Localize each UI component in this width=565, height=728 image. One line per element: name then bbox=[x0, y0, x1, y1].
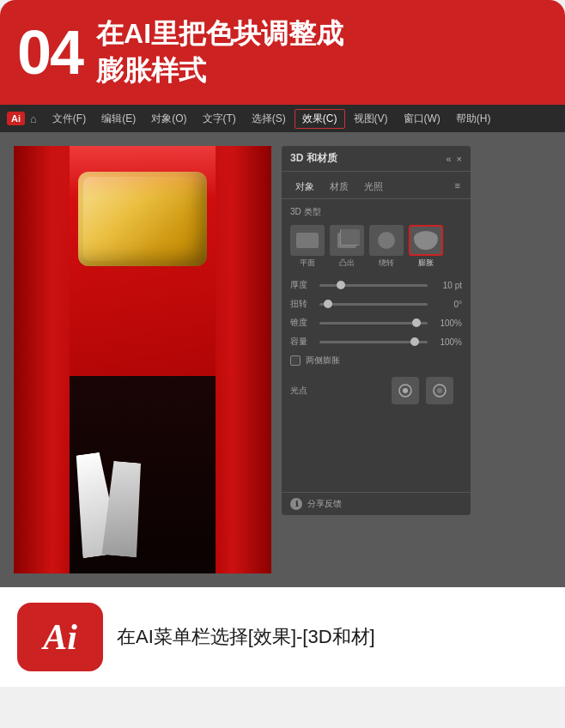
svg-point-1 bbox=[403, 388, 408, 393]
panel-controls: « × bbox=[446, 154, 462, 164]
tab-light[interactable]: 光照 bbox=[357, 177, 390, 198]
inflate-icon bbox=[409, 225, 443, 256]
slider-taper: 锥度 100% bbox=[282, 313, 471, 332]
rotate-label: 绕转 bbox=[379, 258, 394, 269]
main-area: 3D 和材质 « × 对象 材质 光照 ≡ 3D 类型 平面 bbox=[0, 132, 565, 587]
bottom-description: 在AI菜单栏选择[效果]-[3D和材] bbox=[117, 624, 375, 651]
flat-label: 平面 bbox=[300, 258, 315, 269]
slider-volume: 容量 100% bbox=[282, 332, 471, 351]
menu-effect[interactable]: 效果(C) bbox=[295, 109, 345, 129]
menubar: Ai ⌂ 文件(F) 编辑(E) 对象(O) 文字(T) 选择(S) 效果(C)… bbox=[0, 105, 565, 132]
step-number: 04 bbox=[17, 21, 82, 83]
right-shadow bbox=[207, 146, 271, 573]
header-section: 04 在AI里把色块调整成 膨胀样式 bbox=[0, 0, 565, 105]
rotate-icon bbox=[369, 225, 404, 256]
tab-object[interactable]: 对象 bbox=[289, 177, 321, 198]
inflate-label: 膨胀 bbox=[418, 258, 434, 269]
type-btn-inflate[interactable]: 膨胀 bbox=[409, 225, 443, 269]
rotate-shape bbox=[378, 232, 395, 249]
type-buttons-row: 平面 凸出 绕转 膨胀 bbox=[282, 221, 471, 276]
bilateral-label: 两侧膨胀 bbox=[306, 355, 340, 367]
bottom-section: Ai 在AI菜单栏选择[效果]-[3D和材] bbox=[0, 587, 565, 687]
toggle-icon-2 bbox=[432, 383, 447, 398]
thickness-value: 10 pt bbox=[433, 281, 462, 290]
taper-track[interactable] bbox=[319, 322, 428, 325]
twist-track[interactable] bbox=[319, 303, 428, 306]
type-btn-extrude[interactable]: 凸出 bbox=[330, 225, 364, 269]
flat-icon bbox=[290, 225, 325, 256]
menu-object[interactable]: 对象(O) bbox=[144, 110, 193, 128]
volume-thumb[interactable] bbox=[410, 337, 419, 346]
highlight-row: 光点 bbox=[282, 370, 471, 411]
type-btn-rotate[interactable]: 绕转 bbox=[369, 225, 404, 269]
section-label-3dtype: 3D 类型 bbox=[282, 199, 471, 221]
header-title: 在AI里把色块调整成 膨胀样式 bbox=[96, 15, 343, 89]
type-btn-flat[interactable]: 平面 bbox=[290, 225, 325, 269]
menu-help[interactable]: 帮助(H) bbox=[449, 110, 498, 128]
volume-label: 容量 bbox=[290, 336, 314, 348]
share-text[interactable]: 分享反馈 bbox=[307, 498, 342, 510]
panel-collapse[interactable]: « bbox=[446, 154, 451, 164]
menu-view[interactable]: 视图(V) bbox=[347, 110, 395, 128]
top-highlight bbox=[70, 146, 216, 197]
panel-tabs: 对象 材质 光照 ≡ bbox=[282, 172, 471, 199]
header-title-line1: 在AI里把色块调整成 bbox=[96, 18, 343, 49]
panel-3d: 3D 和材质 « × 对象 材质 光照 ≡ 3D 类型 平面 bbox=[282, 146, 471, 515]
slider-thickness: 厚度 10 pt bbox=[282, 276, 471, 294]
extrude-label: 凸出 bbox=[339, 258, 355, 269]
panel-title: 3D 和材质 bbox=[290, 151, 337, 166]
panel-close[interactable]: × bbox=[457, 154, 462, 164]
home-icon[interactable]: ⌂ bbox=[30, 112, 37, 125]
extrude-icon bbox=[330, 225, 364, 256]
twist-value: 0° bbox=[433, 300, 462, 309]
thickness-thumb[interactable] bbox=[337, 281, 345, 289]
slider-twist: 扭转 0° bbox=[282, 294, 471, 313]
taper-thumb[interactable] bbox=[412, 318, 421, 327]
toggle-btn-2[interactable] bbox=[426, 377, 453, 404]
volume-track[interactable] bbox=[319, 341, 428, 343]
menu-edit[interactable]: 编辑(E) bbox=[94, 110, 143, 128]
menu-file[interactable]: 文件(F) bbox=[46, 110, 93, 128]
tab-material[interactable]: 材质 bbox=[323, 177, 355, 198]
ai-logo-menu: Ai bbox=[7, 112, 25, 125]
thickness-track[interactable] bbox=[319, 284, 428, 287]
share-row: ℹ 分享反馈 bbox=[282, 492, 471, 515]
volume-value: 100% bbox=[433, 337, 462, 347]
illustration bbox=[14, 146, 271, 573]
panel-titlebar: 3D 和材质 « × bbox=[282, 146, 471, 172]
thickness-label: 厚度 bbox=[290, 279, 314, 291]
twist-thumb[interactable] bbox=[324, 300, 332, 308]
toggle-icon-1 bbox=[398, 383, 413, 398]
extrude-shape bbox=[337, 233, 356, 248]
share-info-icon: ℹ bbox=[290, 498, 302, 510]
ai-logo-text: Ai bbox=[43, 616, 77, 658]
highlight-label: 光点 bbox=[290, 385, 307, 397]
ai-logo-box: Ai bbox=[17, 603, 103, 671]
twist-label: 扭转 bbox=[290, 298, 314, 310]
bilateral-checkbox[interactable] bbox=[290, 355, 301, 366]
canvas-area bbox=[14, 146, 271, 573]
menu-window[interactable]: 窗口(W) bbox=[397, 110, 447, 128]
panel-tab-menu-icon[interactable]: ≡ bbox=[452, 177, 464, 198]
inflate-shape bbox=[414, 231, 438, 250]
svg-point-3 bbox=[437, 388, 442, 393]
menu-text[interactable]: 文字(T) bbox=[196, 110, 243, 128]
menu-select[interactable]: 选择(S) bbox=[245, 110, 293, 128]
taper-value: 100% bbox=[433, 318, 462, 328]
header-title-line2: 膨胀样式 bbox=[96, 55, 206, 86]
taper-label: 锥度 bbox=[290, 317, 314, 329]
toggle-btn-1[interactable] bbox=[392, 377, 419, 404]
left-shadow bbox=[14, 146, 78, 573]
toggle-buttons-row bbox=[383, 373, 462, 408]
checkbox-bilateral: 两侧膨胀 bbox=[282, 351, 471, 370]
flat-shape bbox=[296, 233, 319, 248]
